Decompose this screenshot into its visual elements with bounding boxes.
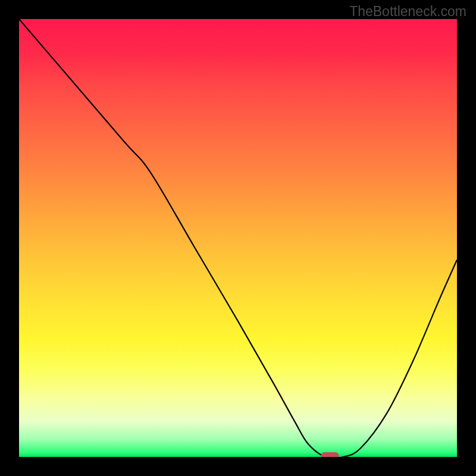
optimum-marker	[321, 452, 339, 457]
chart-svg	[19, 19, 457, 457]
plot-area	[19, 19, 457, 457]
bottleneck-curve	[19, 19, 457, 457]
watermark-text: TheBottleneck.com	[349, 4, 466, 20]
